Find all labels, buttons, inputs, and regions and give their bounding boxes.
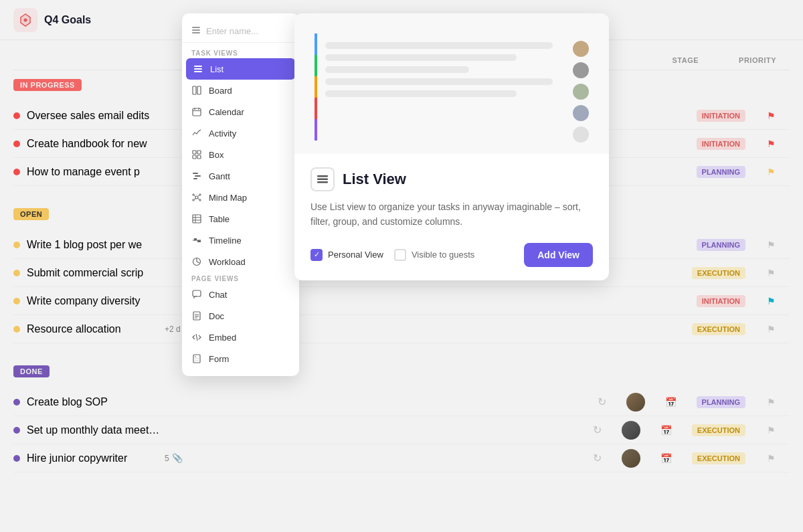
svg-rect-8 xyxy=(197,86,201,94)
svg-rect-15 xyxy=(193,155,196,159)
preview-header: List View xyxy=(310,167,593,191)
dropdown-search-bar xyxy=(182,20,299,43)
timeline-icon xyxy=(191,235,202,246)
svg-line-25 xyxy=(194,195,196,197)
embed-icon xyxy=(191,332,202,343)
svg-rect-46 xyxy=(195,360,199,361)
personal-view-label: Personal View xyxy=(328,250,383,260)
list-view-mockup xyxy=(308,27,596,141)
menu-item-box[interactable]: Box xyxy=(182,144,299,165)
menu-item-embed[interactable]: Embed xyxy=(182,327,299,348)
app-container: Q4 Goals STAGE PRIORITY IN PROGRESS xyxy=(0,0,803,532)
list-icon xyxy=(191,25,201,37)
personal-view-toggle[interactable]: ✓ Personal View xyxy=(310,249,383,261)
board-icon xyxy=(191,85,202,96)
menu-item-gantt[interactable]: Gantt xyxy=(182,165,299,187)
svg-rect-19 xyxy=(193,178,197,179)
preview-image-area xyxy=(294,13,609,154)
menu-item-doc[interactable]: Doc xyxy=(182,305,299,327)
svg-rect-14 xyxy=(197,151,201,154)
svg-line-28 xyxy=(194,199,196,200)
svg-rect-4 xyxy=(194,66,202,67)
menu-item-chat[interactable]: Chat xyxy=(182,284,299,305)
doc-icon xyxy=(191,311,202,321)
add-view-button[interactable]: Add View xyxy=(524,243,593,267)
preview-title: List View xyxy=(343,171,406,188)
svg-point-20 xyxy=(195,196,198,199)
task-views-label: TASK VIEWS xyxy=(182,47,299,58)
svg-rect-34 xyxy=(194,238,197,240)
svg-rect-2 xyxy=(192,29,200,31)
personal-view-checkbox[interactable]: ✓ xyxy=(310,249,323,261)
menu-item-calendar[interactable]: Calendar xyxy=(182,101,299,122)
svg-rect-45 xyxy=(195,358,199,359)
menu-item-board[interactable]: Board xyxy=(182,80,299,101)
view-name-input[interactable] xyxy=(206,26,290,36)
gantt-icon xyxy=(191,171,202,181)
svg-rect-49 xyxy=(317,181,328,183)
svg-rect-6 xyxy=(194,71,202,72)
svg-rect-7 xyxy=(193,86,196,94)
svg-rect-35 xyxy=(197,240,201,242)
svg-point-21 xyxy=(193,194,194,195)
svg-rect-16 xyxy=(197,155,201,159)
preview-footer: ✓ Personal View Visible to guests Add Vi… xyxy=(310,243,593,267)
svg-point-22 xyxy=(199,194,201,195)
svg-rect-13 xyxy=(193,151,196,154)
workload-icon xyxy=(191,256,202,267)
form-icon xyxy=(191,353,202,364)
svg-rect-37 xyxy=(193,290,201,296)
mindmap-icon xyxy=(191,192,202,203)
svg-point-23 xyxy=(199,199,201,201)
table-icon xyxy=(191,213,202,224)
menu-item-timeline[interactable]: Timeline xyxy=(182,230,299,251)
svg-rect-1 xyxy=(192,27,200,28)
svg-rect-47 xyxy=(317,175,328,177)
svg-rect-9 xyxy=(193,108,201,116)
dropdown-menu: TASK VIEWS List Board xyxy=(182,13,299,376)
guest-label: Visible to guests xyxy=(412,250,474,260)
page-views-label: PAGE VIEWS xyxy=(182,272,299,284)
svg-line-27 xyxy=(198,199,200,200)
svg-point-24 xyxy=(193,199,194,201)
menu-item-table[interactable]: Table xyxy=(182,208,299,230)
list-view-icon xyxy=(310,167,335,191)
menu-item-list[interactable]: List xyxy=(186,58,295,80)
guest-checkbox[interactable] xyxy=(394,249,406,261)
svg-line-42 xyxy=(196,334,197,341)
chat-icon xyxy=(191,289,202,300)
svg-rect-18 xyxy=(195,175,201,177)
preview-description: Use List view to organize your tasks in … xyxy=(310,199,593,230)
svg-rect-17 xyxy=(193,173,198,174)
menu-item-activity[interactable]: Activity xyxy=(182,122,299,144)
activity-icon xyxy=(191,128,202,139)
guest-toggle[interactable]: Visible to guests xyxy=(394,249,474,261)
calendar-icon xyxy=(191,106,202,117)
menu-item-workload[interactable]: Workload xyxy=(182,251,299,272)
svg-rect-48 xyxy=(317,179,328,181)
list-icon xyxy=(193,64,203,74)
menu-item-mindmap[interactable]: Mind Map xyxy=(182,187,299,208)
box-icon xyxy=(191,149,202,160)
svg-rect-3 xyxy=(192,32,200,33)
preview-panel: List View Use List view to organize your… xyxy=(294,13,609,280)
preview-content-area: List View Use List view to organize your… xyxy=(294,154,609,280)
svg-rect-5 xyxy=(194,68,202,70)
menu-item-form[interactable]: Form xyxy=(182,348,299,369)
svg-rect-29 xyxy=(193,215,201,223)
check-icon: ✓ xyxy=(314,250,320,259)
svg-line-26 xyxy=(198,195,200,197)
